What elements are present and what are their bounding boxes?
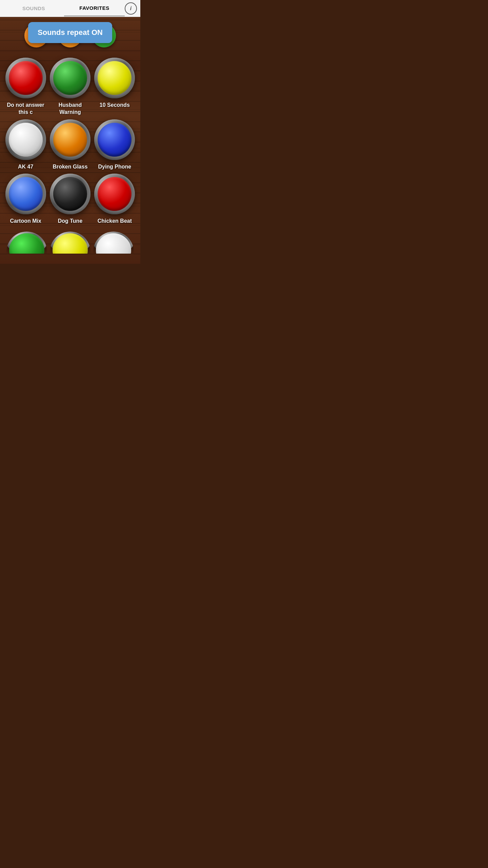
- sound-item-dog-tune[interactable]: Dog Tune: [49, 174, 90, 225]
- tab-sounds[interactable]: SOUNDS: [3, 1, 64, 16]
- sound-btn-broken-glass[interactable]: [50, 119, 90, 160]
- sound-label-dog-tune: Dog Tune: [58, 218, 83, 225]
- top-controls: ? ↻ Sounds repeat ON: [0, 17, 140, 51]
- sound-label-chicken-beat: Chicken Beat: [98, 218, 132, 225]
- partial-row: [0, 232, 140, 264]
- sound-label-ak-47: AK 47: [18, 163, 33, 171]
- sound-btn-cartoon-mix[interactable]: [5, 174, 46, 214]
- sounds-grid: Do not answerthis cHusband Warning10 Sec…: [0, 51, 140, 232]
- ball-husband-warning: [53, 61, 87, 95]
- ball-dying-phone: [98, 123, 131, 157]
- sound-btn-dog-tune[interactable]: [50, 174, 90, 214]
- sound-btn-husband-warning[interactable]: [50, 58, 90, 98]
- sound-label-husband-warning: Husband Warning: [49, 102, 90, 116]
- sound-btn-dying-phone[interactable]: [94, 119, 135, 160]
- ball-partial-green: [9, 233, 44, 254]
- ball-ak-47: [9, 123, 43, 157]
- sound-label-dying-phone: Dying Phone: [98, 163, 131, 171]
- notification-text: Sounds repeat ON: [38, 28, 103, 37]
- ball-partial-white: [96, 233, 131, 254]
- sound-item-chicken-beat[interactable]: Chicken Beat: [94, 174, 135, 225]
- sound-label-broken-glass: Broken Glass: [53, 163, 87, 171]
- sound-item-cartoon-mix[interactable]: Cartoon Mix: [5, 174, 46, 225]
- ball-cartoon-mix: [9, 177, 43, 211]
- sound-item-broken-glass[interactable]: Broken Glass: [49, 119, 90, 171]
- ball-chicken-beat: [98, 177, 131, 211]
- ball-partial-yellow: [53, 233, 88, 254]
- main-content: ? ↻ Sounds repeat ON Do not answerthis c…: [0, 17, 140, 264]
- sound-btn-do-not-answer[interactable]: [5, 58, 46, 98]
- sound-btn-partial-yellow[interactable]: [50, 232, 90, 254]
- sound-label-do-not-answer: Do not answerthis c: [7, 102, 44, 116]
- ball-dog-tune: [53, 177, 87, 211]
- sound-item-10-seconds[interactable]: 10 Seconds: [94, 58, 135, 116]
- sound-btn-10-seconds[interactable]: [94, 58, 135, 98]
- sound-btn-chicken-beat[interactable]: [94, 174, 135, 214]
- sound-label-cartoon-mix: Cartoon Mix: [10, 218, 41, 225]
- partial-item-partial-yellow[interactable]: [50, 232, 90, 257]
- sound-item-dying-phone[interactable]: Dying Phone: [94, 119, 135, 171]
- sound-btn-partial-green[interactable]: [6, 232, 47, 254]
- sound-label-10-seconds: 10 Seconds: [100, 102, 130, 109]
- ball-broken-glass: [53, 123, 87, 157]
- ball-10-seconds: [98, 61, 131, 95]
- tab-favorites[interactable]: FAVORITES: [64, 0, 125, 16]
- sound-btn-partial-white[interactable]: [93, 232, 134, 254]
- notification-banner: Sounds repeat ON: [28, 22, 112, 43]
- partial-item-partial-green[interactable]: [6, 232, 47, 257]
- sound-item-husband-warning[interactable]: Husband Warning: [49, 58, 90, 116]
- sound-btn-ak-47[interactable]: [5, 119, 46, 160]
- info-button[interactable]: i: [125, 2, 137, 15]
- tab-bar: SOUNDS FAVORITES i: [0, 0, 140, 17]
- partial-item-partial-white[interactable]: [93, 232, 134, 257]
- ball-do-not-answer: [9, 61, 43, 95]
- sound-item-do-not-answer[interactable]: Do not answerthis c: [5, 58, 46, 116]
- sound-item-ak-47[interactable]: AK 47: [5, 119, 46, 171]
